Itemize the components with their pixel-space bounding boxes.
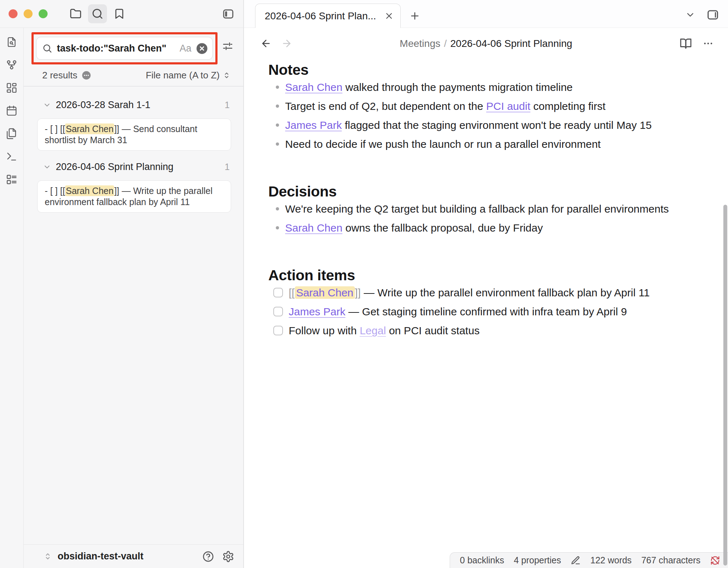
wikilink[interactable]: PCI audit bbox=[486, 100, 530, 112]
bookmarks-tab-button[interactable] bbox=[110, 4, 129, 23]
breadcrumb-current[interactable]: 2026-04-06 Sprint Planning bbox=[450, 38, 572, 49]
note-editor[interactable]: Notes Sarah Chen walked through the paym… bbox=[244, 59, 728, 568]
wikilink[interactable]: Sarah Chen bbox=[295, 286, 355, 299]
task-item: James Park — Get staging timeline confir… bbox=[268, 302, 689, 321]
layout-list-ribbon-button[interactable] bbox=[6, 173, 18, 185]
window-toolbar bbox=[0, 0, 243, 28]
file-search-icon bbox=[6, 36, 18, 48]
copy-files-ribbon-button[interactable] bbox=[6, 127, 18, 140]
files-tab-button[interactable] bbox=[66, 4, 85, 23]
vertical-scrollbar[interactable] bbox=[723, 205, 727, 565]
task-checkbox[interactable] bbox=[273, 326, 283, 335]
results-options-badge-icon[interactable] bbox=[82, 71, 91, 80]
result-match-count: 1 bbox=[225, 162, 230, 172]
layout-list-icon bbox=[6, 174, 18, 185]
properties-count[interactable]: 4 properties bbox=[514, 555, 561, 565]
note-header: Meetings/2026-04-06 Sprint Planning bbox=[244, 28, 728, 59]
word-count[interactable]: 122 words bbox=[590, 555, 631, 565]
chevron-down-icon bbox=[43, 163, 51, 171]
zoom-window-button[interactable] bbox=[39, 9, 48, 18]
sort-order-button[interactable]: File name (A to Z) bbox=[146, 70, 231, 81]
sync-disabled-icon[interactable] bbox=[710, 555, 720, 565]
section-heading: Action items bbox=[268, 267, 689, 283]
close-tab-button[interactable] bbox=[384, 11, 394, 21]
task-item: Follow up with Legal on PCI audit status bbox=[268, 321, 689, 340]
result-file-name: 2026-03-28 Sarah 1-1 bbox=[56, 99, 150, 111]
note-bullet: Need to decide if we push the launch or … bbox=[268, 135, 689, 154]
expand-right-sidebar-button[interactable] bbox=[706, 8, 719, 21]
canvas-ribbon-button[interactable] bbox=[6, 82, 18, 94]
match-case-toggle[interactable]: Aa bbox=[180, 43, 191, 54]
collapse-left-sidebar-button[interactable] bbox=[222, 8, 235, 20]
ellipsis-icon bbox=[703, 38, 714, 49]
calendar-ribbon-button[interactable] bbox=[6, 105, 18, 117]
active-tab[interactable]: 2026-04-06 Sprint Plan... bbox=[255, 4, 401, 28]
breadcrumb-separator: / bbox=[440, 38, 450, 49]
book-open-icon bbox=[680, 38, 692, 50]
search-input[interactable]: task-todo:"Sarah Chen" Aa bbox=[36, 37, 213, 60]
clear-search-button[interactable] bbox=[196, 43, 208, 54]
chevron-down-icon bbox=[43, 101, 51, 109]
note-bullet: Sarah Chen owns the fallback proposal, d… bbox=[268, 218, 689, 237]
breadcrumb-parent[interactable]: Meetings bbox=[400, 38, 440, 49]
result-group-header[interactable]: 2026-04-06 Sprint Planning 1 bbox=[37, 159, 231, 175]
wikilink[interactable]: Sarah Chen bbox=[285, 81, 342, 93]
note-bullet: We're keeping the Q2 target but building… bbox=[268, 199, 689, 218]
calendar-icon bbox=[6, 105, 18, 117]
new-tab-button[interactable] bbox=[409, 10, 420, 21]
search-panel: task-todo:"Sarah Chen" Aa bbox=[24, 28, 243, 568]
wikilink[interactable]: Legal bbox=[360, 325, 386, 336]
search-result-item[interactable]: - [ ] [[Sarah Chen]] — Send consultant s… bbox=[37, 118, 231, 151]
character-count[interactable]: 767 characters bbox=[641, 555, 700, 565]
traffic-lights bbox=[9, 9, 48, 18]
section-heading: Decisions bbox=[268, 184, 689, 199]
tab-bar: 2026-04-06 Sprint Plan... bbox=[244, 0, 728, 28]
result-match-count: 1 bbox=[225, 100, 230, 110]
result-group-header[interactable]: 2026-03-28 Sarah 1-1 1 bbox=[37, 97, 231, 113]
file-search-ribbon-button[interactable] bbox=[6, 36, 18, 48]
more-options-button[interactable] bbox=[703, 38, 714, 49]
main-pane: 2026-04-06 Sprint Plan... bbox=[244, 0, 728, 568]
task-text: James Park — Get staging timeline confir… bbox=[289, 302, 627, 321]
task-checkbox[interactable] bbox=[273, 307, 283, 316]
task-text: [[Sarah Chen]] — Write up the parallel e… bbox=[289, 283, 650, 302]
vault-switcher[interactable]: obsidian-test-vault bbox=[24, 544, 243, 568]
task-text: Follow up with Legal on PCI audit status bbox=[289, 321, 480, 340]
result-group: 2026-04-06 Sprint Planning 1 - [ ] [[Sar… bbox=[37, 159, 231, 213]
status-bar: 0 backlinks 4 properties 122 words 767 c… bbox=[450, 552, 728, 568]
search-result-item[interactable]: - [ ] [[Sarah Chen]] — Write up the para… bbox=[37, 180, 231, 213]
wikilink[interactable]: Sarah Chen bbox=[285, 222, 342, 234]
graph-ribbon-button[interactable] bbox=[6, 59, 18, 71]
result-file-name: 2026-04-06 Sprint Planning bbox=[56, 161, 174, 173]
help-button[interactable] bbox=[202, 550, 214, 563]
note-bullet: Sarah Chen walked through the payments m… bbox=[268, 78, 689, 97]
task-checkbox[interactable] bbox=[273, 288, 283, 297]
settings-button[interactable] bbox=[222, 550, 234, 563]
search-settings-button[interactable] bbox=[222, 41, 233, 52]
note-bullet: Target is end of Q2, but dependent on th… bbox=[268, 97, 689, 116]
navigate-forward-button[interactable] bbox=[281, 38, 292, 49]
note-section-decisions: Decisions We're keeping the Q2 target bu… bbox=[268, 184, 689, 237]
backlinks-count[interactable]: 0 backlinks bbox=[460, 555, 504, 565]
edit-pencil-icon[interactable] bbox=[571, 555, 581, 565]
close-window-button[interactable] bbox=[9, 9, 18, 18]
search-query-text: task-todo:"Sarah Chen" bbox=[57, 43, 180, 54]
bookmark-icon bbox=[113, 8, 125, 20]
wikilink[interactable]: James Park bbox=[289, 306, 345, 317]
left-region: task-todo:"Sarah Chen" Aa bbox=[0, 0, 244, 568]
folder-icon bbox=[70, 8, 82, 20]
reading-view-toggle-button[interactable] bbox=[680, 38, 692, 50]
wikilink[interactable]: James Park bbox=[285, 119, 342, 131]
copy-files-icon bbox=[6, 128, 18, 140]
annotation-highlight-box: task-todo:"Sarah Chen" Aa bbox=[31, 32, 218, 64]
tab-list-dropdown-button[interactable] bbox=[685, 10, 695, 20]
navigate-back-button[interactable] bbox=[260, 38, 272, 49]
tab-title: 2026-04-06 Sprint Plan... bbox=[265, 10, 381, 22]
terminal-ribbon-button[interactable] bbox=[6, 150, 18, 162]
breadcrumb: Meetings/2026-04-06 Sprint Planning bbox=[400, 38, 572, 49]
vault-name: obsidian-test-vault bbox=[58, 551, 143, 562]
minimize-window-button[interactable] bbox=[24, 9, 33, 18]
search-tab-button[interactable] bbox=[88, 4, 107, 23]
note-section-notes: Notes Sarah Chen walked through the paym… bbox=[268, 62, 689, 154]
chevrons-up-down-icon bbox=[43, 552, 53, 561]
